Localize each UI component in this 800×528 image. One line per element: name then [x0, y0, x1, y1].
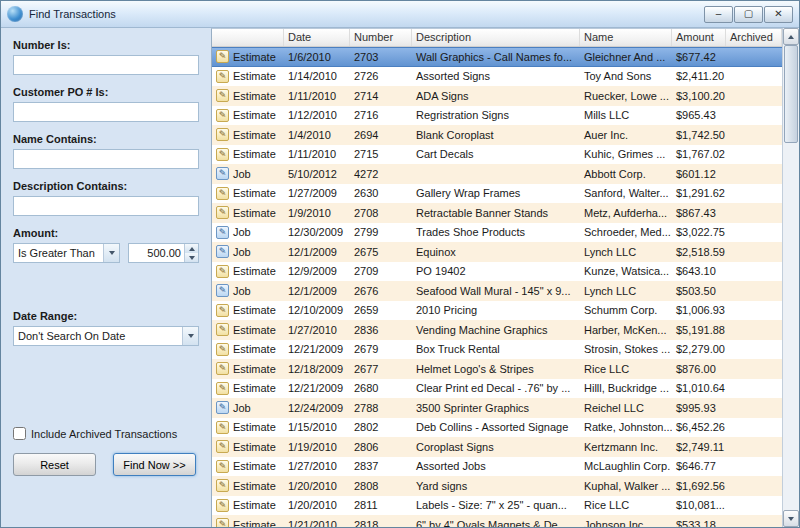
- vertical-scrollbar[interactable]: [782, 28, 799, 527]
- table-row[interactable]: ✎Estimate1/14/20102726Assorted SignsToy …: [212, 67, 782, 87]
- table-row[interactable]: ✎Estimate12/21/20092680Clear Print ed De…: [212, 379, 782, 399]
- table-row[interactable]: ✎Estimate1/27/20102836Vending Machine Gr…: [212, 320, 782, 340]
- customer-po-input[interactable]: [13, 102, 199, 122]
- cell-type: ✎Estimate: [212, 86, 284, 106]
- transaction-type-label: Job: [233, 285, 251, 297]
- cell-date: 1/27/2010: [284, 457, 350, 477]
- date-range-label: Date Range:: [13, 310, 199, 322]
- scrollbar-track[interactable]: [783, 45, 799, 510]
- cell-date: 1/11/2010: [284, 145, 350, 165]
- table-row[interactable]: ✎Estimate1/15/20102802Deb Collins - Asso…: [212, 418, 782, 438]
- amount-operator-dropdown[interactable]: Is Greater Than: [13, 243, 120, 263]
- name-contains-input[interactable]: [13, 149, 199, 169]
- transaction-type-label: Job: [233, 168, 251, 180]
- table-row[interactable]: ✎Estimate1/6/20102703Wall Graphics - Cal…: [212, 47, 782, 67]
- results-table: Date Number Description Name Amount Arch…: [211, 28, 782, 527]
- cell-number: 2788: [350, 398, 412, 418]
- cell-type: ✎Estimate: [212, 437, 284, 457]
- reset-button[interactable]: Reset: [13, 453, 96, 476]
- cell-description: 3500 Sprinter Graphics: [412, 398, 580, 418]
- chevron-down-icon[interactable]: [182, 327, 198, 345]
- table-row[interactable]: ✎Estimate1/20/20102811Labels - Size: 7" …: [212, 496, 782, 516]
- estimate-icon: ✎: [216, 343, 229, 356]
- minimize-button[interactable]: –: [704, 6, 733, 23]
- table-row[interactable]: ✎Estimate1/20/20102808Yard signsKuphal, …: [212, 476, 782, 496]
- cell-amount: $1,291.62: [672, 184, 726, 204]
- table-row[interactable]: ✎Job12/1/20092675EquinoxLynch LLC$2,518.…: [212, 242, 782, 262]
- cell-archived: [726, 242, 782, 262]
- transaction-type-label: Estimate: [233, 421, 276, 433]
- table-row[interactable]: ✎Estimate12/10/200926592010 PricingSchum…: [212, 301, 782, 321]
- amount-value-stepper[interactable]: 500.00: [128, 243, 199, 263]
- maximize-button[interactable]: ▢: [734, 6, 763, 23]
- column-header-date[interactable]: Date: [284, 29, 350, 46]
- column-header-icon[interactable]: [212, 29, 284, 46]
- estimate-icon: ✎: [216, 50, 229, 63]
- cell-date: 1/4/2010: [284, 125, 350, 145]
- transaction-type-label: Estimate: [233, 363, 276, 375]
- scrollbar-thumb[interactable]: [784, 45, 798, 143]
- cell-number: 2676: [350, 281, 412, 301]
- table-row[interactable]: ✎Estimate1/27/20102837Assorted JobsMcLau…: [212, 457, 782, 477]
- table-row[interactable]: ✎Estimate12/21/20092679Box Truck RentalS…: [212, 340, 782, 360]
- find-now-button[interactable]: Find Now >>: [113, 453, 196, 476]
- number-is-input[interactable]: [13, 55, 199, 75]
- table-row[interactable]: ✎Job12/24/200927883500 Sprinter Graphics…: [212, 398, 782, 418]
- table-row[interactable]: ✎Estimate12/9/20092709PO 19402Kunze, Wat…: [212, 262, 782, 282]
- column-header-number[interactable]: Number: [350, 29, 412, 46]
- cell-archived: [726, 301, 782, 321]
- table-row[interactable]: ✎Estimate1/11/20102715Cart DecalsKuhic, …: [212, 145, 782, 165]
- date-range-dropdown[interactable]: Don't Search On Date: [13, 326, 199, 346]
- cell-description: Deb Collins - Assorted Signage: [412, 418, 580, 438]
- chevron-down-icon[interactable]: [103, 244, 119, 262]
- table-row[interactable]: ✎Estimate1/11/20102714ADA SignsRuecker, …: [212, 86, 782, 106]
- amount-spin-down-icon[interactable]: [185, 253, 198, 262]
- cell-date: 1/20/2010: [284, 496, 350, 516]
- cell-date: 1/19/2010: [284, 437, 350, 457]
- cell-amount: $1,010.64: [672, 379, 726, 399]
- table-row[interactable]: ✎Job12/30/20092799Trades Shoe ProductsSc…: [212, 223, 782, 243]
- column-header-description[interactable]: Description: [412, 29, 580, 46]
- cell-type: ✎Estimate: [212, 145, 284, 165]
- customer-po-label: Customer PO # Is:: [13, 86, 199, 98]
- cell-archived: [726, 359, 782, 379]
- titlebar: Find Transactions – ▢ ✕: [1, 1, 799, 28]
- cell-description: Assorted Jobs: [412, 457, 580, 477]
- scroll-up-button[interactable]: [783, 28, 799, 45]
- cell-name: Mills LLC: [580, 106, 672, 126]
- table-row[interactable]: ✎Estimate1/27/20092630Gallery Wrap Frame…: [212, 184, 782, 204]
- estimate-icon: ✎: [216, 362, 229, 375]
- table-row[interactable]: ✎Job12/1/20092676Seafood Wall Mural - 14…: [212, 281, 782, 301]
- table-row[interactable]: ✎Estimate12/18/20092677Helmet Logo's & S…: [212, 359, 782, 379]
- name-contains-label: Name Contains:: [13, 133, 199, 145]
- column-header-name[interactable]: Name: [580, 29, 672, 46]
- column-header-amount[interactable]: Amount: [672, 29, 726, 46]
- table-row[interactable]: ✎Estimate1/9/20102708Retractable Banner …: [212, 203, 782, 223]
- table-row[interactable]: ✎Estimate1/21/201028186" by 4" Ovals Mag…: [212, 515, 782, 527]
- table-row[interactable]: ✎Job5/10/20124272Abbott Corp.$601.12: [212, 164, 782, 184]
- amount-spin-up-icon[interactable]: [185, 244, 198, 253]
- cell-amount: $533.18: [672, 515, 726, 527]
- transaction-type-label: Estimate: [233, 148, 276, 160]
- cell-number: 2799: [350, 223, 412, 243]
- cell-number: 2716: [350, 106, 412, 126]
- cell-name: Kuhic, Grimes ...: [580, 145, 672, 165]
- app-icon: [7, 6, 23, 22]
- close-button[interactable]: ✕: [764, 6, 793, 23]
- column-header-archived[interactable]: Archived: [726, 29, 782, 46]
- cell-archived: [726, 86, 782, 106]
- scroll-down-button[interactable]: [783, 510, 799, 527]
- scroll-up-icon: [788, 35, 794, 39]
- cell-date: 1/27/2009: [284, 184, 350, 204]
- cell-amount: $3,100.20: [672, 86, 726, 106]
- cell-archived: [726, 320, 782, 340]
- description-contains-input[interactable]: [13, 196, 199, 216]
- table-row[interactable]: ✎Estimate1/19/20102806Coroplast SignsKer…: [212, 437, 782, 457]
- cell-archived: [726, 125, 782, 145]
- cell-name: Lynch LLC: [580, 242, 672, 262]
- include-archived-label: Include Archived Transactions: [31, 428, 177, 440]
- table-header: Date Number Description Name Amount Arch…: [212, 29, 782, 47]
- table-row[interactable]: ✎Estimate1/4/20102694Blank CoroplastAuer…: [212, 125, 782, 145]
- table-row[interactable]: ✎Estimate1/12/20102716Regristration Sign…: [212, 106, 782, 126]
- include-archived-checkbox[interactable]: [13, 427, 26, 440]
